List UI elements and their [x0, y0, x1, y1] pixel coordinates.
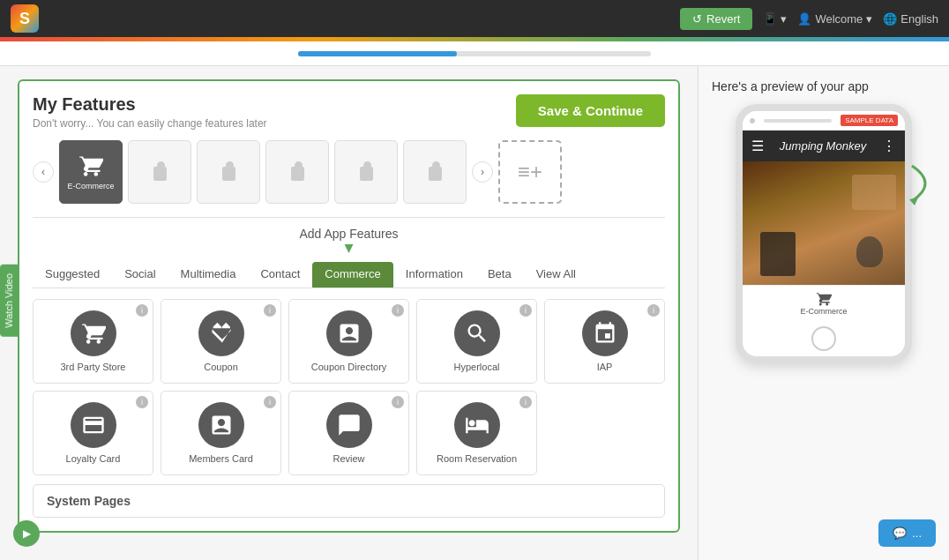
svg-marker-0 [909, 198, 918, 205]
progress-area [0, 41, 949, 66]
add-features-title: Add App Features [33, 227, 665, 253]
category-tabs: Suggested Social Multimedia Contact Comm… [33, 262, 665, 288]
tab-view-all[interactable]: View All [524, 262, 588, 287]
feature-card-loyalty-card[interactable]: i Loyalty Card [33, 391, 153, 475]
feature-card-3rd-party-store[interactable]: i 3rd Party Store [33, 299, 153, 384]
tab-commerce[interactable]: Commerce [312, 262, 393, 287]
features-title-group: My Features Don't worry... You can easil… [33, 94, 267, 130]
system-pages[interactable]: System Pages [33, 484, 665, 518]
watch-video-label: Watch Video [4, 273, 14, 328]
feature-icon-5[interactable] [334, 140, 398, 204]
feature-card-hyperlocal[interactable]: i Hyperlocal [416, 299, 537, 384]
topbar-left: S [11, 4, 39, 33]
feature-card-icon [71, 402, 116, 448]
device-selector[interactable]: 📱 ▾ [763, 12, 787, 26]
tab-contact[interactable]: Contact [248, 262, 312, 287]
feature-icon-2[interactable] [128, 140, 191, 204]
feature-card-icon [454, 402, 500, 448]
features-header: My Features Don't worry... You can easil… [33, 94, 665, 130]
info-dot[interactable]: i [264, 396, 276, 408]
feature-card-label: Coupon Directory [296, 362, 401, 372]
play-button[interactable]: ▶ [13, 520, 40, 547]
chat-label: ... [912, 526, 922, 540]
welcome-menu[interactable]: 👤 Welcome ▾ [797, 12, 872, 26]
preview-title: Here's a preview of your app [712, 79, 936, 93]
phone-menu-icon: ☰ [751, 138, 764, 154]
logo-icon: S [11, 4, 39, 33]
phone-header: ☰ Jumping Monkey ⋮ [743, 131, 905, 161]
feature-card-label: Loyalty Card [41, 453, 146, 464]
feature-card-coupon[interactable]: i Coupon [161, 299, 281, 384]
user-icon: 👤 [797, 12, 811, 26]
add-more-features-button[interactable]: ≡+ [498, 140, 562, 204]
feature-card-icon [326, 310, 372, 356]
tab-social[interactable]: Social [112, 262, 168, 287]
feature-cards: i 3rd Party Store i Coupon [33, 299, 665, 475]
info-dot[interactable]: i [136, 304, 148, 317]
chat-button[interactable]: 💬 ... [878, 519, 936, 547]
feature-card-members-card[interactable]: i Members Card [161, 391, 281, 475]
laptop-decoration [760, 232, 796, 276]
tab-information[interactable]: Information [393, 262, 475, 287]
feature-card-iap[interactable]: i IAP [544, 299, 665, 384]
progress-fill [298, 51, 457, 56]
tab-suggested[interactable]: Suggested [33, 262, 112, 287]
content-area: My Features Don't worry... You can easil… [0, 66, 698, 560]
feature-card-icon [582, 310, 628, 356]
save-continue-button[interactable]: Save & Continue [516, 94, 665, 127]
info-dot[interactable]: i [264, 304, 276, 317]
info-dot[interactable]: i [392, 304, 404, 317]
logo-letter: S [19, 10, 30, 28]
feature-card-label: 3rd Party Store [41, 362, 146, 372]
prev-feature-arrow[interactable]: ‹ [33, 161, 54, 183]
chat-icon: 💬 [893, 526, 907, 540]
preview-arrow [908, 157, 943, 213]
system-pages-label: System Pages [47, 494, 131, 508]
feature-card-coupon-directory[interactable]: i Coupon Directory [288, 299, 409, 384]
language-selector[interactable]: 🌐 English [883, 12, 938, 26]
feature-card-room-reservation[interactable]: i Room Reservation [416, 391, 537, 475]
info-dot[interactable]: i [519, 304, 532, 317]
phone-home-button [811, 326, 836, 351]
phone-top-bar: SAMPLE DATA [743, 111, 905, 131]
features-panel: My Features Don't worry... You can easil… [18, 79, 680, 533]
phone-bottom-icon: E-Commerce [748, 291, 900, 316]
next-feature-arrow[interactable]: › [472, 161, 493, 183]
info-dot[interactable]: i [519, 396, 532, 408]
preview-panel: Here's a preview of your app SAMPLE DATA… [698, 66, 949, 560]
info-dot[interactable]: i [136, 396, 148, 408]
revert-label: Revert [706, 12, 740, 26]
feature-card-icon [71, 310, 116, 356]
feature-card-icon [198, 310, 244, 356]
features-title: My Features [33, 94, 267, 115]
feature-card-label: IAP [552, 362, 657, 372]
main-layout: My Features Don't worry... You can easil… [0, 66, 949, 560]
feature-card-icon [326, 402, 372, 448]
feature-card-review[interactable]: i Review [288, 391, 409, 475]
feature-card-label: Hyperlocal [424, 362, 529, 372]
feature-icon-ecommerce[interactable]: E-Commerce [59, 140, 123, 204]
tab-beta[interactable]: Beta [475, 262, 524, 287]
person-decoration [852, 175, 896, 210]
feature-icon-4[interactable] [265, 140, 329, 204]
feature-icon-6[interactable] [403, 140, 467, 204]
tab-multimedia[interactable]: Multimedia [168, 262, 249, 287]
feature-card-label: Coupon [168, 362, 273, 372]
watch-video-tab[interactable]: Watch Video [0, 265, 18, 337]
phone-app-name: Jumping Monkey [780, 139, 866, 153]
info-dot[interactable]: i [647, 304, 660, 317]
feature-card-label: Review [296, 453, 401, 464]
phone-image [743, 161, 905, 285]
phone-footer-label: E-Commerce [800, 307, 847, 316]
revert-button[interactable]: ↺ Revert [680, 8, 752, 30]
topbar: S ↺ Revert 📱 ▾ 👤 Welcome ▾ 🌐 English [0, 0, 949, 37]
phone-dot [750, 118, 755, 123]
add-features-section: Add App Features Suggested Social Multim… [33, 217, 665, 518]
language-label: English [900, 12, 938, 26]
feature-card-label: Room Reservation [424, 453, 529, 464]
cup-decoration [856, 236, 883, 267]
feature-icon-label: E-Commerce [67, 182, 114, 190]
feature-icon-3[interactable] [197, 140, 260, 204]
welcome-label: Welcome [815, 12, 863, 26]
info-dot[interactable]: i [392, 396, 404, 408]
